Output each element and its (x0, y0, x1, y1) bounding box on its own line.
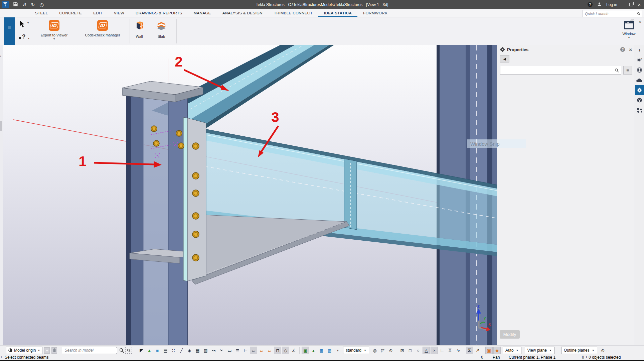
left-panel-strip[interactable]: ‹ (0, 45, 3, 345)
quick-launch[interactable] (583, 10, 642, 17)
tab-concrete[interactable]: CONCRETE (53, 9, 88, 17)
pattern-a-icon[interactable]: ▩ (318, 347, 325, 354)
snap-freeline-icon[interactable]: ∿ (455, 347, 462, 354)
tab-steel[interactable]: STEEL (29, 9, 53, 17)
minimize-button[interactable]: ─ (622, 2, 625, 7)
search-selected-icon[interactable] (125, 347, 132, 354)
snap-bounds-icon[interactable]: ◆ (493, 347, 501, 354)
properties-gear-icon[interactable] (635, 85, 644, 95)
properties-list-button[interactable]: ≡ (623, 66, 632, 75)
quick-launch-input[interactable] (584, 11, 637, 16)
model-search[interactable] (62, 347, 117, 354)
panel-grip[interactable] (0, 121, 2, 131)
trimble-connect-globe-icon[interactable] (635, 65, 644, 75)
restore-button[interactable] (629, 3, 633, 6)
clamp-icon[interactable]: ⊓ (274, 347, 281, 354)
snap-points-icon[interactable]: ∷ (170, 347, 177, 354)
help-tool-icon[interactable]: ? (22, 33, 25, 40)
status-expand-icon[interactable]: › (1, 355, 2, 359)
login-button[interactable]: Log in (606, 2, 617, 7)
plane-mode-dropdown[interactable]: Auto▼ (503, 347, 521, 354)
search-icon[interactable] (119, 347, 125, 354)
mini-square-icon[interactable] (19, 37, 21, 39)
help-icon[interactable]: ? (588, 2, 593, 7)
select-tool-caret-icon[interactable]: ▾ (27, 21, 29, 24)
components-icon[interactable] (635, 105, 644, 115)
tab-formwork[interactable]: FORMWORK (357, 9, 393, 17)
snap-extension-off-icon[interactable]: ⋈ (447, 347, 454, 354)
model-viewport[interactable]: Z Y X 1 2 3 (0, 45, 497, 345)
properties-search-input[interactable] (502, 68, 615, 73)
add-origin-button[interactable]: + (44, 347, 50, 354)
planes-visibility-eye-icon[interactable]: ⊙ (599, 347, 607, 354)
save-icon[interactable] (13, 2, 18, 7)
smart-select-icon[interactable]: ↝ (210, 347, 217, 354)
snap-perpendicular-icon[interactable]: ∟ (439, 347, 446, 354)
reference-flag-icon[interactable]: ⊨ (242, 347, 249, 354)
status-phase[interactable]: Current phase: 1, Phase 1 (509, 355, 555, 360)
tab-trimble-connect[interactable]: TRIMBLE CONNECT (268, 9, 318, 17)
snap-direction-icon[interactable]: ↗ (474, 347, 481, 354)
history-icon[interactable]: ◷ (39, 2, 43, 7)
mesh-icon[interactable]: ◍ (371, 347, 378, 354)
area-select-icon[interactable]: ■ (154, 347, 161, 354)
model-search-input[interactable] (64, 348, 117, 353)
model-viewport-canvas[interactable]: Z Y X 1 2 3 (0, 45, 497, 345)
panel-help-icon[interactable]: ? (620, 47, 625, 52)
phase-levels-icon[interactable]: ≣ (234, 347, 241, 354)
selection-filter-icon[interactable]: ▤ (162, 347, 169, 354)
tab-view[interactable]: VIEW (108, 9, 130, 17)
snap-override-icon[interactable]: ⋈ (466, 347, 473, 354)
properties-search[interactable] (500, 66, 621, 75)
ortho-icon[interactable]: ▣ (485, 347, 493, 354)
model-cube-icon[interactable] (635, 95, 644, 105)
beam-stiffener[interactable] (344, 159, 357, 230)
grid-icon[interactable]: ▦ (194, 347, 201, 354)
panel-back-button[interactable]: ◀ (500, 55, 509, 63)
measure-icon[interactable]: ◔ (334, 347, 341, 354)
snap-geometry-icon[interactable]: □ (407, 347, 414, 354)
panel-collapse-arrow-icon[interactable]: ‹ (0, 54, 1, 58)
cloud-icon[interactable] (635, 75, 644, 85)
modify-button[interactable]: Modify (500, 330, 520, 339)
close-button[interactable]: × (638, 2, 641, 7)
settings-help-icon[interactable]: ? (635, 55, 644, 65)
slab-button[interactable]: Slab (146, 20, 176, 38)
component-link-1-icon[interactable]: ▱ (250, 347, 257, 354)
pattern-b-icon[interactable]: ▨ (326, 347, 333, 354)
visibility-eye-icon[interactable]: ⊙ (387, 347, 394, 354)
grid-plane-icon[interactable]: ▥ (202, 347, 209, 354)
snap-intersection-icon[interactable]: × (431, 347, 438, 354)
collapse-panel-icon[interactable]: › (635, 45, 644, 55)
snap-faces-icon[interactable]: ◈ (186, 347, 193, 354)
component-link-3-icon[interactable]: ▱ (266, 347, 273, 354)
file-menu-button[interactable]: ≡ (4, 17, 15, 45)
angle-snap-icon[interactable]: ∠ (290, 347, 297, 354)
tab-manage[interactable]: MANAGE (188, 9, 216, 17)
diamond-view-icon[interactable]: ◇ (282, 347, 289, 354)
snap-standard-dropdown[interactable]: standard▼ (343, 347, 369, 354)
direct-modification-icon[interactable]: ▲ (146, 347, 153, 354)
export-to-viewer-button[interactable]: ID Export to Viewer ▾ (34, 20, 74, 40)
model-origin-dropdown[interactable]: Model origin ▼ (6, 347, 42, 354)
window-button[interactable]: Window ▾ (618, 21, 640, 39)
render-tree-icon[interactable]: ▴ (310, 347, 317, 354)
redo-icon[interactable]: ↻ (31, 2, 35, 7)
view-window-icon[interactable]: ▭ (226, 347, 233, 354)
tab-edit[interactable]: EDIT (88, 9, 108, 17)
tab-analysis-design[interactable]: ANALYSIS & DESIGN (217, 9, 268, 17)
snap-circle-icon[interactable]: ○ (415, 347, 422, 354)
user-icon[interactable] (597, 2, 602, 7)
view-plane-dropdown[interactable]: View plane▼ (525, 347, 554, 354)
render-options-icon[interactable]: ▣ (302, 347, 309, 354)
code-check-manager-button[interactable]: ID Code-check manager (81, 20, 124, 37)
snap-reference-icon[interactable]: ⊠ (398, 347, 406, 354)
snap-lines-icon[interactable]: ╱ (178, 347, 185, 354)
component-link-2-icon[interactable]: ▱ (258, 347, 265, 354)
undo-icon[interactable]: ↺ (22, 2, 26, 7)
outline-planes-dropdown[interactable]: Outline planes▼ (561, 347, 597, 354)
panel-close-icon[interactable]: × (629, 47, 632, 52)
pick-cursor-icon[interactable]: ◸ (379, 347, 386, 354)
tab-idea-statica[interactable]: IDEA STATICA (318, 9, 357, 17)
tab-drawings-reports[interactable]: DRAWINGS & REPORTS (130, 9, 188, 17)
